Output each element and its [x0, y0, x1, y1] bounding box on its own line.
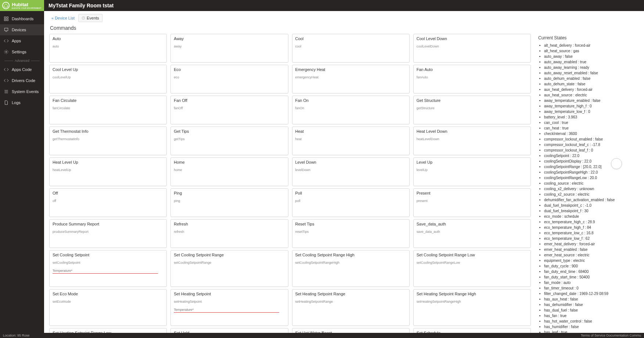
- command-fanCirculate[interactable]: Fan CirculatefanCirculate: [49, 96, 167, 124]
- svg-rect-2: [4, 19, 6, 21]
- command-refresh[interactable]: Refreshrefresh: [170, 219, 288, 248]
- svg-point-5: [6, 51, 7, 53]
- command-auto[interactable]: Autoauto: [49, 34, 167, 63]
- command-method: cool: [295, 45, 406, 48]
- command-title: Set Cooling Setpoint Range High: [295, 253, 406, 257]
- command-method: present: [417, 199, 528, 203]
- command-title: Save_data_auth: [417, 222, 528, 226]
- command-ping[interactable]: Pingping: [170, 188, 288, 217]
- top-bar: Hubitat ELEVATE YOUR ENVIRONMENT MyTstat…: [0, 0, 644, 11]
- command-method: auto: [53, 45, 163, 48]
- command-method: setHeatingSetpoint: [174, 300, 285, 303]
- sidebar-item-dashboards[interactable]: Dashboards: [0, 13, 44, 24]
- command-save_data_auth[interactable]: Save_data_authsave_data_auth: [413, 219, 531, 248]
- command-home[interactable]: Homehome: [170, 157, 288, 186]
- command-input[interactable]: [53, 268, 158, 274]
- state-item: equipment_type : electric: [544, 258, 639, 263]
- command-method: levelUp: [417, 168, 528, 172]
- command-emergencyHeat[interactable]: Emergency HeatemergencyHeat: [292, 65, 410, 93]
- sidebar-item-logs[interactable]: Logs: [0, 97, 44, 108]
- state-item: cooling_x2_source : electric: [544, 192, 639, 197]
- command-setCoolingSetpointRangeLow[interactable]: Set Cooling Setpoint Range LowsetCooling…: [413, 250, 531, 287]
- command-off[interactable]: Offoff: [49, 188, 167, 217]
- state-item: coolingSetpointRangeLow : 20.0: [544, 175, 639, 181]
- sidebar-item-drivers-code[interactable]: Drivers Code: [0, 75, 44, 86]
- command-setCoolingSetpoint[interactable]: Set Cooling SetpointsetCoolingSetpoint: [49, 250, 167, 287]
- state-item: cooling_source : electric: [544, 181, 639, 186]
- state-item: eco_mode : schedule: [544, 214, 639, 219]
- command-setCoolingSetpointRange[interactable]: Set Cooling Setpoint RangesetCoolingSetp…: [170, 250, 288, 287]
- footer-location: Location: 95 Rose: [3, 334, 30, 337]
- device-list-link[interactable]: « Device List: [49, 14, 77, 22]
- command-eco[interactable]: Ecoeco: [170, 65, 288, 93]
- command-setHeatingSetpoint[interactable]: Set Heating SetpointsetHeatingSetpoint: [170, 289, 288, 326]
- command-getStructure[interactable]: Get StructuregetStructure: [413, 96, 531, 124]
- command-produceSummaryReport[interactable]: Produce Summary ReportproduceSummaryRepo…: [49, 219, 167, 248]
- command-title: Produce Summary Report: [53, 222, 163, 226]
- brand-tagline: ELEVATE YOUR ENVIRONMENT: [12, 7, 42, 9]
- state-item: auto_dehum_enabled : false: [544, 76, 639, 81]
- sidebar-item-settings[interactable]: Settings: [0, 46, 44, 57]
- command-setHeatingSetpointRangeHigh[interactable]: Set Heating Setpoint Range HighsetHeatin…: [413, 289, 531, 326]
- state-item: fan_duty_cycle : 900: [544, 263, 639, 269]
- command-method: home: [174, 168, 285, 172]
- command-title: Set Cooling Setpoint: [53, 253, 163, 257]
- command-resetTips[interactable]: Reset TipsresetTips: [292, 219, 410, 248]
- command-fanAuto[interactable]: Fan AutofanAuto: [413, 65, 531, 93]
- command-heatLevelUp[interactable]: Heat Level UpheatLevelUp: [49, 157, 167, 186]
- command-title: Off: [53, 191, 163, 195]
- command-coolLevelUp[interactable]: Cool Level UpcoolLevelUp: [49, 65, 167, 93]
- command-fanOn[interactable]: Fan OnfanOn: [292, 96, 410, 124]
- command-grid: AutoautoAwayawayCoolcoolCool Level Downc…: [49, 34, 531, 338]
- command-fanOff[interactable]: Fan OfffanOff: [170, 96, 288, 124]
- command-title: Poll: [295, 191, 406, 195]
- command-present[interactable]: Presentpresent: [413, 188, 531, 217]
- command-cool[interactable]: Coolcool: [292, 34, 410, 63]
- svg-rect-1: [7, 17, 8, 18]
- command-setCoolingSetpointRangeHigh[interactable]: Set Cooling Setpoint Range HighsetCoolin…: [292, 250, 410, 287]
- state-item: away_temperature_enabled : false: [544, 98, 639, 103]
- events-tab[interactable]: Events: [78, 14, 102, 22]
- sidebar-item-apps-code[interactable]: Apps Code: [0, 64, 44, 75]
- state-item: dehumidifier_fan_activation_enabled : fa…: [544, 197, 639, 203]
- nav-label: Drivers Code: [12, 78, 35, 83]
- tab-row: « Device List Events: [49, 14, 639, 22]
- command-title: Ping: [174, 191, 285, 195]
- brand-name: Hubitat: [12, 2, 42, 7]
- command-input[interactable]: [174, 307, 279, 313]
- command-method: setEcoMode: [53, 300, 163, 303]
- state-item: coolingSetpointRange : [20.0, 22.0]: [544, 164, 639, 170]
- sidebar-item-apps[interactable]: Apps: [0, 35, 44, 46]
- nav-divider: Advanced: [0, 57, 44, 64]
- command-setHeatingSetpointRange[interactable]: Set Heating Setpoint RangesetHeatingSetp…: [292, 289, 410, 326]
- sidebar-item-devices[interactable]: Devices: [0, 24, 44, 35]
- command-method: heatLevelUp: [53, 168, 163, 172]
- command-method: getTips: [174, 137, 285, 141]
- sidebar-item-system-events[interactable]: System Events: [0, 86, 44, 97]
- code-icon: [4, 38, 9, 43]
- footer-links[interactable]: Terms of Service Documentation Commu: [581, 334, 641, 337]
- command-heatLevelDown[interactable]: Heat Level DownheatLevelDown: [413, 127, 531, 155]
- command-coolLevelDown[interactable]: Cool Level DowncoolLevelDown: [413, 34, 531, 63]
- grid-icon: [4, 16, 9, 21]
- command-levelDown[interactable]: Level DownlevelDown: [292, 157, 410, 186]
- svg-rect-0: [4, 17, 6, 18]
- command-title: Heat: [295, 129, 406, 134]
- state-item: eco_temperature_low_c : 16.8: [544, 230, 639, 236]
- command-setEcoMode[interactable]: Set Eco ModesetEcoMode: [49, 289, 167, 326]
- command-getTips[interactable]: Get TipsgetTips: [170, 127, 288, 155]
- command-heat[interactable]: Heatheat: [292, 127, 410, 155]
- command-title: Level Up: [417, 160, 528, 164]
- state-item: has_dehumidifier : false: [544, 302, 639, 307]
- command-levelUp[interactable]: Level UplevelUp: [413, 157, 531, 186]
- command-away[interactable]: Awayaway: [170, 34, 288, 63]
- footer-bar: Location: 95 Rose Terms of Service Docum…: [0, 333, 644, 338]
- command-getThermostatInfo[interactable]: Get Thermostat InfogetThermostatInfo: [49, 127, 167, 155]
- sidebar: DashboardsDevicesAppsSettingsAdvancedApp…: [0, 11, 44, 338]
- state-item: filter_changed_date : 1969-12-29 08:59: [544, 291, 639, 296]
- devices-icon: [4, 27, 9, 32]
- command-title: Fan Off: [174, 98, 285, 103]
- state-item: coolingSetpoint : 22.0: [544, 153, 639, 159]
- floating-action-button[interactable]: [611, 158, 622, 169]
- command-poll[interactable]: Pollpoll: [292, 188, 410, 217]
